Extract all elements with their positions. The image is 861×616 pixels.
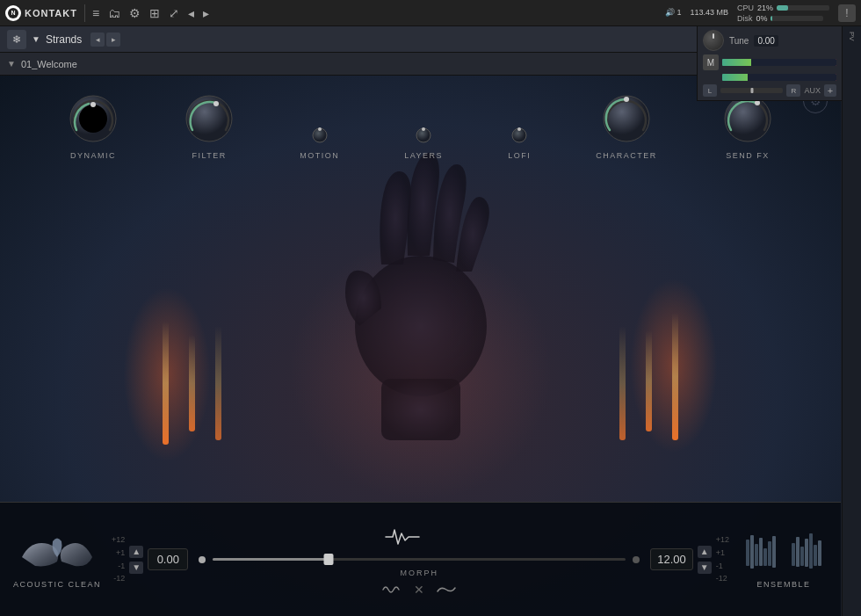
pitch-down-right[interactable]: ▼ bbox=[698, 562, 712, 574]
svg-point-4 bbox=[90, 102, 96, 107]
sendfx-label: SEND FX bbox=[726, 151, 770, 160]
character-knob[interactable] bbox=[601, 93, 652, 144]
pitch-step-r-p1: +1 bbox=[716, 547, 725, 559]
ensemble-label: ENSEMBLE bbox=[756, 580, 810, 589]
left-pitch-controls: +12 +1 -1 -12 ▲ ▼ 0.00 bbox=[112, 534, 188, 583]
pv-label[interactable]: PV bbox=[848, 32, 856, 41]
instrument-name: Strands bbox=[46, 33, 82, 46]
r-button[interactable]: R bbox=[786, 84, 800, 97]
bottom-section: ACOUSTIC CLEAN +12 +1 -1 -12 ▲ ▼ 0.00 bbox=[0, 502, 841, 616]
morph-slider-thumb[interactable] bbox=[323, 554, 333, 565]
candle-3 bbox=[215, 326, 221, 440]
layers-knob[interactable] bbox=[415, 127, 432, 144]
view-icon[interactable]: ⊞ bbox=[149, 6, 160, 20]
patch-name: 01_Welcome bbox=[21, 59, 77, 69]
wave-icon[interactable] bbox=[382, 583, 402, 596]
disk-value: 0% bbox=[756, 14, 767, 23]
svg-point-6 bbox=[213, 101, 219, 106]
prev-arrow[interactable]: ◂ bbox=[188, 6, 194, 20]
character-label: CHARACTER bbox=[596, 151, 657, 160]
level-meter-left bbox=[751, 59, 837, 66]
tune-value: 0.00 bbox=[754, 35, 778, 47]
tune-panel: Tune 0.00 M L R AUX + bbox=[697, 26, 842, 101]
pitch-step-n1: -1 bbox=[118, 561, 125, 572]
candle-1 bbox=[163, 322, 169, 445]
dynamic-knob[interactable] bbox=[68, 93, 119, 144]
morph-waveform-icon bbox=[384, 523, 454, 551]
patch-expand[interactable]: ▼ bbox=[7, 59, 16, 69]
instrument-expand[interactable]: ▼ bbox=[32, 34, 40, 44]
morph-slider-fill bbox=[213, 558, 329, 561]
tilde-icon[interactable] bbox=[437, 583, 456, 596]
divider-1 bbox=[84, 4, 85, 22]
motion-knob[interactable] bbox=[311, 127, 329, 144]
pan-slider[interactable] bbox=[720, 88, 783, 93]
svg-rect-20 bbox=[759, 538, 763, 566]
svg-point-14 bbox=[624, 97, 629, 102]
pitch-steps-right: +12 +1 -1 -12 bbox=[716, 534, 729, 583]
cpu-bar bbox=[777, 5, 829, 11]
motion-label: MOTION bbox=[300, 151, 339, 160]
morph-slider-track[interactable] bbox=[213, 558, 626, 561]
ni-logo: N bbox=[5, 5, 21, 21]
pitch-up-right[interactable]: ▲ bbox=[698, 546, 712, 558]
settings-icon[interactable]: ⚙ bbox=[129, 6, 141, 20]
svg-rect-21 bbox=[763, 548, 767, 566]
hand-silhouette bbox=[324, 124, 517, 440]
files-icon[interactable]: 🗂 bbox=[108, 6, 120, 20]
instance-label: 🔊 1 bbox=[665, 8, 682, 18]
svg-point-10 bbox=[422, 127, 425, 131]
rack-icon[interactable]: ≡ bbox=[92, 6, 99, 20]
instrument-prev[interactable]: ◂ bbox=[90, 33, 105, 47]
l-button[interactable]: L bbox=[703, 84, 717, 97]
filter-knob[interactable] bbox=[184, 93, 235, 144]
kontakt-header: N KONTAKT ≡ 🗂 ⚙ ⊞ ⤢ ◂ ▸ 🔊 1 113.43 MB CP… bbox=[0, 0, 861, 26]
morph-label: MORPH bbox=[400, 569, 438, 577]
svg-rect-1 bbox=[381, 379, 460, 440]
ensemble-visualization bbox=[744, 531, 823, 575]
memory-stat: 113.43 MB bbox=[690, 8, 728, 18]
candle-6 bbox=[619, 326, 626, 440]
svg-point-8 bbox=[318, 127, 322, 131]
cpu-bar-fill bbox=[777, 5, 788, 11]
svg-rect-29 bbox=[814, 545, 817, 566]
knob-sendfx-container: SEND FX bbox=[722, 93, 773, 160]
pitch-up-left[interactable]: ▲ bbox=[129, 546, 143, 558]
warning-button[interactable]: ! bbox=[838, 4, 856, 22]
candle-2 bbox=[189, 335, 195, 431]
tune-knob[interactable] bbox=[703, 30, 724, 51]
m-button[interactable]: M bbox=[703, 54, 719, 70]
candle-5 bbox=[646, 330, 652, 431]
svg-rect-28 bbox=[809, 533, 813, 569]
lofi-label: LOFI bbox=[508, 151, 531, 160]
svg-rect-23 bbox=[772, 536, 776, 568]
freeze-icon[interactable]: ❄ bbox=[7, 30, 26, 49]
pitch-value-right: 12.00 bbox=[650, 548, 693, 570]
morph-slider-row bbox=[199, 556, 640, 563]
morph-dot-left bbox=[199, 556, 206, 563]
left-instrument: ACOUSTIC CLEAN bbox=[13, 531, 101, 589]
acoustic-clean-label: ACOUSTIC CLEAN bbox=[13, 580, 101, 589]
disk-bar bbox=[771, 16, 823, 21]
next-arrow[interactable]: ▸ bbox=[203, 6, 209, 20]
disk-bar-fill bbox=[771, 16, 771, 21]
instrument-next[interactable]: ▸ bbox=[106, 33, 120, 47]
pitch-step-n12: -12 bbox=[113, 573, 125, 584]
midi-icon[interactable]: ⤢ bbox=[169, 6, 179, 20]
kontakt-logo: N KONTAKT bbox=[5, 5, 77, 21]
pitch-down-left[interactable]: ▼ bbox=[129, 562, 143, 574]
svg-rect-27 bbox=[805, 539, 808, 567]
ni-logo-inner: N bbox=[8, 8, 18, 18]
svg-rect-19 bbox=[755, 544, 758, 566]
filter-label: FILTER bbox=[192, 151, 226, 160]
main-area: ⚙ DYNAMIC bbox=[0, 76, 841, 616]
morph-section: MORPH ✕ bbox=[199, 523, 640, 597]
lofi-knob[interactable] bbox=[510, 127, 528, 144]
acoustic-clean-logo bbox=[18, 531, 97, 575]
instance-stat: 🔊 1 bbox=[665, 8, 682, 18]
disk-label: Disk bbox=[737, 14, 753, 23]
svg-rect-24 bbox=[792, 543, 795, 566]
x-icon[interactable]: ✕ bbox=[414, 583, 424, 597]
svg-point-13 bbox=[604, 96, 649, 141]
plus-button[interactable]: + bbox=[824, 84, 836, 97]
